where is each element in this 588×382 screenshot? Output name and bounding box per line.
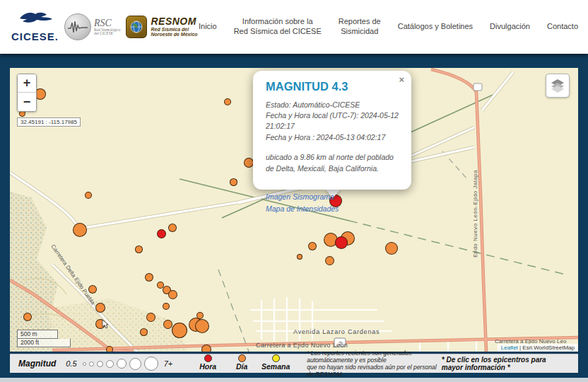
epicenter-marker[interactable] [224,98,231,105]
legend-note-left: * Los reportes recientes son generados a… [307,349,442,378]
mouse-cursor [102,319,109,329]
epicenter-marker[interactable] [146,313,155,322]
epicenter-marker[interactable] [163,320,172,329]
hora-label: Hora [199,362,216,371]
link-imagen-sismograma[interactable]: Imagen Sismograma [266,191,399,202]
epicenter-marker[interactable] [230,178,237,186]
nav-catalogos[interactable]: Catálogos y Boletines [398,22,473,32]
epicenter-marker[interactable] [157,229,166,238]
rsc-subtitle-2: del CICESE [94,32,120,36]
legend-bar: Magnitud 0.5 7+ HoraDíaSemana * Los repo… [10,354,578,373]
resnom-title: RESNOM [151,16,197,27]
popup-estado: Estado: Automático-CICESE [266,100,399,110]
legend-max-label: 7+ [164,359,173,368]
magnitude-size-circle [89,361,94,366]
epicenter-marker[interactable] [140,328,148,336]
scale-metric: 500 m [17,330,58,339]
magnitude-size-circle [117,359,127,369]
site-header: CICESE. RSC Red Sismológica del CICESE [0,0,588,54]
legend-age-group: HoraDíaSemana [194,357,290,371]
legend-magnitud-label: Magnitud [18,359,56,369]
magnitude-size-circle [83,362,86,366]
cicese-logo[interactable]: CICESE. [11,11,59,42]
legend-age-item-hora: Hora [194,357,222,371]
magnitude-size-circle [129,358,141,370]
seismicity-map[interactable]: 2 Carretera Delta Ejido Puebla Ejido Nue… [10,68,578,352]
resnom-globe-icon [126,16,147,38]
zoom-in-button[interactable]: + [18,74,36,93]
rsc-seismogram-icon [64,13,91,40]
magnitude-size-circle [97,361,103,367]
dia-label: Día [236,362,247,371]
resnom-logo[interactable]: RESNOM Red Sísmica del Noroeste de Méxic… [126,16,197,38]
resnom-logo-text: RESNOM Red Sísmica del Noroeste de Méxic… [151,16,197,37]
cicese-logo-text: CICESE. [11,30,59,42]
layers-control-button[interactable] [546,74,570,98]
epicenter-marker[interactable] [297,254,302,260]
attribution-source: | Esri.WorldStreetMap [518,345,575,351]
popup-fecha-utc: Fecha y Hora : 2024-05-13 04:02:17 [266,132,399,143]
nav-reportes[interactable]: Reportes de Sismicidad [339,17,381,37]
semana-color-dot [272,354,280,362]
mouse-coordinates: 32.45191 : -115.17985 [17,117,81,127]
popup-close-icon[interactable]: × [399,75,404,84]
logo-group: CICESE. RSC Red Sismológica del CICESE [0,11,198,42]
nav-informacion[interactable]: Información sobre la Red Sísmica del CIC… [234,17,322,37]
link-mapa-intensidades[interactable]: Mapa de Intensidades [266,203,399,214]
popup-magnitude-title: MAGNITUD 4.3 [266,80,399,93]
epicenter-marker[interactable] [385,242,398,255]
rsc-logo[interactable]: RSC Red Sismológica del CICESE [64,13,120,40]
epicenter-marker[interactable] [95,303,105,313]
scale-imperial: 2000 ft [17,339,71,347]
epicenter-marker[interactable] [23,313,32,321]
note-left-line2: que no hayan sido revisados aún por el p… [307,364,442,378]
bottom-strip [0,378,588,382]
epicenter-marker[interactable] [196,312,204,319]
rsc-logo-text: RSC Red Sismológica del CICESE [94,18,120,36]
nav-contacto[interactable]: Contacto [547,22,578,32]
zoom-out-button[interactable]: − [18,93,36,111]
hora-color-dot [204,354,212,362]
legend-size-circles [83,357,158,371]
legend-note-right: * De clic en los epicentros para mayor i… [442,356,568,371]
epicenter-marker[interactable] [195,319,209,333]
map-attribution: Leaflet | Esri.WorldStreetMap [498,344,578,352]
resnom-page: CICESE. RSC Red Sismológica del CICESE [0,0,588,382]
epicenter-marker[interactable] [244,158,254,168]
magnitude-size-circle [106,360,114,368]
note-left-line1: * Los reportes recientes son generados a… [307,349,442,364]
earthquake-popup: × MAGNITUD 4.3 Estado: Automático-CICESE… [253,71,411,190]
popup-ubicacion: ubicado a 9.86 km al norte del poblado d… [266,152,400,175]
nav-inicio[interactable]: Inicio [199,22,217,32]
epicenter-marker[interactable] [85,192,92,199]
legend-age-item-dia: Día [228,357,256,371]
semana-label: Semana [261,362,290,371]
epicenter-marker[interactable] [168,290,177,299]
legend-age-item-semana: Semana [261,357,290,371]
map-zoom-control: + − [17,74,37,112]
epicenter-marker[interactable] [106,346,113,352]
epicenter-marker[interactable] [145,273,153,282]
dia-color-dot [238,354,246,362]
nav-divulgacion[interactable]: Divulgación [490,22,530,32]
rsc-title: RSC [94,18,120,28]
epicenter-marker[interactable] [88,285,97,294]
epicenter-marker[interactable] [135,245,143,253]
epicenter-marker[interactable] [73,223,87,237]
cicese-bird-icon [17,11,54,33]
epicenter-marker[interactable] [201,345,211,352]
epicenter-marker[interactable] [163,303,170,310]
epicenter-marker[interactable] [308,242,317,250]
map-scale-control: 500 m 2000 ft [17,330,71,347]
layers-icon [550,79,565,93]
magnitude-size-circle [144,357,158,371]
epicenter-marker[interactable] [172,323,187,338]
leaflet-link[interactable]: Leaflet [501,345,518,351]
resnom-subtitle-2: Noroeste de México [151,32,197,37]
epicenter-marker[interactable] [325,256,334,265]
epicenter-marker[interactable] [335,236,348,249]
legend-min-label: 0.5 [66,359,76,368]
epicenter-marker[interactable] [168,224,177,232]
popup-fecha-local: Fecha y Hora local (UTC-7): 2024-05-12 2… [266,110,399,132]
main-nav: Inicio Información sobre la Red Sísmica … [199,0,578,54]
